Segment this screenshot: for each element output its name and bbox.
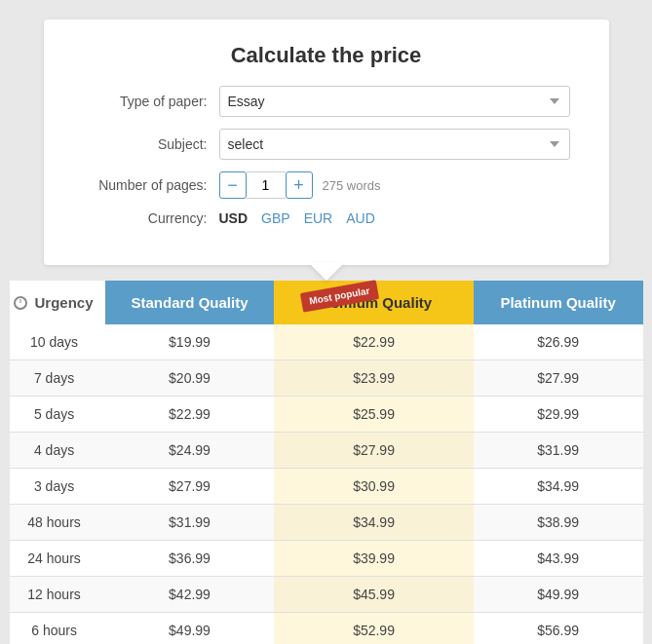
pages-value-input[interactable] bbox=[247, 171, 286, 199]
table-row: 10 days$19.99$22.99$26.99 bbox=[10, 324, 643, 360]
cell-urgency: 7 days bbox=[10, 360, 105, 397]
pages-stepper: − + bbox=[219, 171, 313, 199]
cell-platinum: $38.99 bbox=[474, 505, 643, 541]
subject-row: Subject: select Math English Science bbox=[83, 129, 570, 160]
cell-standard: $19.99 bbox=[105, 324, 275, 360]
table-row: 24 hours$36.99$39.99$43.99 bbox=[10, 541, 643, 577]
pages-plus-button[interactable]: + bbox=[286, 171, 313, 199]
cell-standard: $20.99 bbox=[105, 360, 275, 397]
header-platinum: Platinum Quality bbox=[474, 281, 643, 324]
header-urgency-label: Urgency bbox=[35, 294, 94, 311]
cell-premium: $23.99 bbox=[274, 360, 473, 397]
cell-premium: $52.99 bbox=[274, 613, 473, 645]
type-of-paper-row: Type of paper: Essay Research Paper Term… bbox=[83, 86, 570, 117]
cell-platinum: $26.99 bbox=[474, 324, 643, 360]
pages-label: Number of pages: bbox=[83, 177, 219, 193]
cell-platinum: $49.99 bbox=[474, 577, 643, 613]
type-of-paper-select[interactable]: Essay Research Paper Term Paper Coursewo… bbox=[219, 86, 570, 117]
words-label: 275 words bbox=[323, 178, 381, 193]
header-premium: Most popular Premium Quality bbox=[274, 281, 473, 324]
cell-urgency: 24 hours bbox=[10, 541, 105, 577]
cell-standard: $49.99 bbox=[105, 613, 275, 645]
cell-standard: $24.99 bbox=[105, 433, 275, 469]
cell-premium: $39.99 bbox=[274, 541, 473, 577]
cell-urgency: 6 hours bbox=[10, 613, 105, 645]
cell-premium: $30.99 bbox=[274, 469, 473, 505]
cell-urgency: 48 hours bbox=[10, 505, 105, 541]
cell-platinum: $56.99 bbox=[474, 613, 643, 645]
pages-row: Number of pages: − + 275 words bbox=[83, 171, 570, 199]
currency-aud[interactable]: AUD bbox=[346, 210, 375, 226]
currency-label: Currency: bbox=[83, 210, 219, 226]
cell-urgency: 5 days bbox=[10, 397, 105, 433]
pricing-section: Urgency Standard Quality Most popular Pr… bbox=[10, 281, 643, 644]
cell-platinum: $29.99 bbox=[474, 397, 643, 433]
clock-icon bbox=[14, 296, 27, 310]
cell-premium: $27.99 bbox=[274, 433, 473, 469]
cell-urgency: 10 days bbox=[10, 324, 105, 360]
table-row: 6 hours$49.99$52.99$56.99 bbox=[10, 613, 643, 645]
cell-urgency: 12 hours bbox=[10, 577, 105, 613]
cell-urgency: 3 days bbox=[10, 469, 105, 505]
pages-minus-button[interactable]: − bbox=[219, 171, 247, 199]
cell-platinum: $34.99 bbox=[474, 469, 643, 505]
table-row: 12 hours$42.99$45.99$49.99 bbox=[10, 577, 643, 613]
pricing-table: Urgency Standard Quality Most popular Pr… bbox=[10, 281, 643, 644]
cell-platinum: $27.99 bbox=[474, 360, 643, 397]
currency-usd[interactable]: USD bbox=[219, 210, 249, 226]
table-row: 4 days$24.99$27.99$31.99 bbox=[10, 433, 643, 469]
currency-eur[interactable]: EUR bbox=[304, 210, 333, 226]
currency-row: Currency: USD GBP EUR AUD bbox=[83, 210, 570, 226]
arrow-divider bbox=[309, 263, 344, 281]
calculator-title: Calculate the price bbox=[83, 43, 570, 68]
premium-header-wrap: Most popular Premium Quality bbox=[284, 294, 463, 311]
cell-standard: $27.99 bbox=[105, 469, 275, 505]
cell-standard: $31.99 bbox=[105, 505, 275, 541]
subject-select[interactable]: select Math English Science bbox=[219, 129, 570, 160]
pricing-tbody: 10 days$19.99$22.99$26.997 days$20.99$23… bbox=[10, 324, 643, 644]
table-row: 5 days$22.99$25.99$29.99 bbox=[10, 397, 643, 433]
table-row: 7 days$20.99$23.99$27.99 bbox=[10, 360, 643, 397]
subject-label: Subject: bbox=[83, 136, 219, 152]
currency-gbp[interactable]: GBP bbox=[261, 210, 290, 226]
cell-standard: $22.99 bbox=[105, 397, 275, 433]
header-standard: Standard Quality bbox=[105, 281, 275, 324]
cell-urgency: 4 days bbox=[10, 433, 105, 469]
cell-standard: $42.99 bbox=[105, 577, 275, 613]
currency-options: USD GBP EUR AUD bbox=[219, 210, 375, 226]
cell-premium: $22.99 bbox=[274, 324, 473, 360]
header-urgency: Urgency bbox=[10, 281, 105, 324]
cell-platinum: $31.99 bbox=[474, 433, 643, 469]
cell-premium: $45.99 bbox=[274, 577, 473, 613]
calculator-card: Calculate the price Type of paper: Essay… bbox=[44, 19, 609, 265]
arrow-divider-wrapper bbox=[309, 263, 344, 281]
cell-premium: $34.99 bbox=[274, 505, 473, 541]
table-row: 48 hours$31.99$34.99$38.99 bbox=[10, 505, 643, 541]
type-of-paper-label: Type of paper: bbox=[83, 94, 219, 109]
cell-platinum: $43.99 bbox=[474, 541, 643, 577]
cell-premium: $25.99 bbox=[274, 397, 473, 433]
table-header-row: Urgency Standard Quality Most popular Pr… bbox=[10, 281, 643, 324]
cell-standard: $36.99 bbox=[105, 541, 275, 577]
table-row: 3 days$27.99$30.99$34.99 bbox=[10, 469, 643, 505]
